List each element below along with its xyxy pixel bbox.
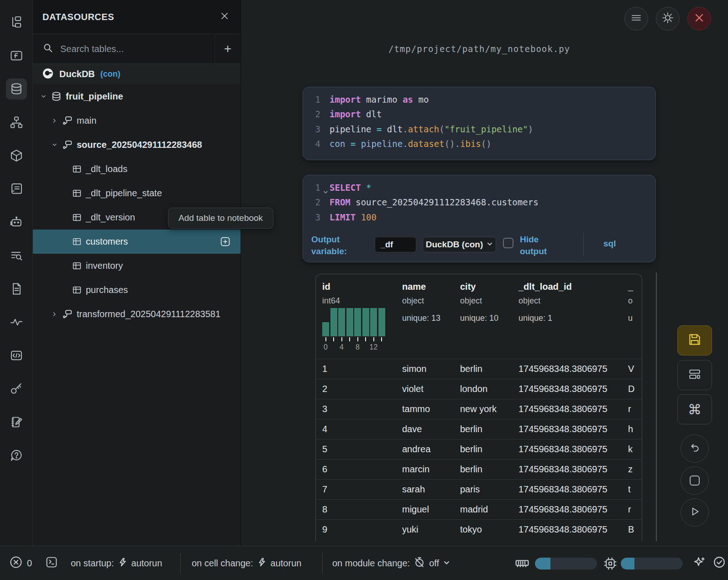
help-icon[interactable]: [6, 445, 27, 466]
column-header-_[interactable]: _ou: [622, 274, 642, 359]
interrupt-button[interactable]: [681, 466, 709, 495]
functions-icon[interactable]: [6, 45, 27, 66]
chevron-down-icon[interactable]: [40, 94, 47, 99]
secrets-icon[interactable]: [6, 378, 27, 399]
on-startup-toggle[interactable]: on startup: autorun: [71, 546, 162, 580]
duckdb-logo-icon: [42, 68, 54, 81]
hide-output-label: Hide output: [520, 234, 556, 257]
datasources-icon[interactable]: [6, 78, 27, 99]
outputs-icon[interactable]: [6, 178, 27, 199]
column-header-name[interactable]: nameobjectunique: 13: [396, 274, 454, 359]
errors-count: 0: [27, 558, 32, 569]
add-table-to-notebook-button[interactable]: [220, 236, 230, 249]
stop-icon: [690, 475, 700, 486]
tree-item-purchases[interactable]: purchases: [33, 278, 241, 302]
on-cell-change-toggle[interactable]: on cell change: autorun: [192, 546, 301, 580]
schema-icon: [62, 115, 73, 126]
command-palette-button[interactable]: ⌘: [677, 394, 712, 424]
line-number: 2: [303, 107, 327, 121]
tree-item-label: source_202504291112283468: [77, 140, 202, 150]
packages-icon[interactable]: [6, 145, 27, 166]
line-number: 3: [303, 122, 327, 136]
search-icon: [43, 43, 53, 55]
table-icon: [72, 213, 82, 222]
datasource-tree: fruit_pipelinemainsource_202504291112283…: [33, 84, 241, 326]
snippets-icon[interactable]: [6, 345, 27, 366]
layout-toggle-button[interactable]: [677, 360, 712, 390]
line-number: 2: [303, 195, 327, 209]
floppy-save-icon: [687, 332, 702, 349]
kernel-ok-indicator: [713, 546, 726, 580]
add-datasource-button[interactable]: +: [215, 34, 241, 63]
datasources-panel: DATASOURCES + DuckDB (con) fruit_pipelin…: [33, 0, 241, 546]
column-header-city[interactable]: cityobjectunique: 10: [454, 274, 512, 359]
tree-item-transformed_202504291112283581[interactable]: transformed_202504291112283581: [33, 302, 241, 326]
tree-item-customers[interactable]: customers: [33, 230, 241, 254]
dependencies-icon[interactable]: [6, 112, 27, 133]
tree-item-label: _dlt_version: [86, 212, 135, 223]
panel-title: DATASOURCES: [42, 12, 114, 22]
output-scroll-rule: [656, 272, 657, 541]
file-explorer-icon[interactable]: [6, 12, 27, 33]
settings-button[interactable]: [656, 7, 680, 31]
line-number: 1: [303, 180, 327, 195]
menu-button[interactable]: [624, 7, 648, 31]
tree-item-fruit_pipeline[interactable]: fruit_pipeline: [33, 84, 241, 109]
code-cell-python[interactable]: 1import marimo as mo2import dlt3pipeline…: [303, 87, 656, 160]
hide-output-checkbox[interactable]: [503, 238, 513, 248]
output-variable-input[interactable]: [375, 237, 416, 252]
sparkles-icon: [694, 556, 706, 570]
tree-item-source_202504291112283468[interactable]: source_202504291112283468: [33, 133, 241, 157]
undo-button[interactable]: [681, 434, 709, 463]
lightning-icon: [118, 558, 127, 569]
engine-select-value: DuckDB (con): [426, 240, 483, 250]
notebook-area: /tmp/project/path/my_notebook.py 1import…: [241, 0, 728, 546]
shutdown-button[interactable]: [687, 7, 711, 31]
controls-divider: [583, 233, 584, 256]
tree-item-label: purchases: [86, 285, 128, 295]
errors-indicator[interactable]: 0: [9, 546, 32, 580]
tree-item-_dlt_loads[interactable]: _dlt_loads: [33, 157, 241, 181]
ram-icon: [515, 546, 529, 580]
database-icon: [51, 91, 62, 102]
line-number: 4: [303, 136, 327, 151]
chevron-down-icon[interactable]: [51, 142, 58, 148]
tree-item-main[interactable]: main: [33, 109, 241, 133]
on-module-change-toggle[interactable]: on module change: off: [332, 546, 450, 580]
table-row: 7sarahparis1745968348.3806975t: [316, 479, 642, 499]
column-header-_dlt_load_id[interactable]: _dlt_load_idobjectunique: 1: [512, 274, 622, 359]
timer-off-icon: [414, 557, 425, 570]
datasources-header: DATASOURCES: [33, 0, 241, 34]
chevron-right-icon[interactable]: [51, 118, 58, 124]
ai-chat-icon[interactable]: [6, 212, 27, 233]
terminal-button[interactable]: [45, 546, 58, 580]
documentation-icon[interactable]: [6, 278, 27, 299]
connection-row[interactable]: DuckDB (con): [33, 64, 241, 84]
check-circle-icon: [713, 556, 726, 571]
save-button[interactable]: [677, 325, 712, 355]
on-cell-change-value: autorun: [271, 558, 302, 569]
tree-item-inventory[interactable]: inventory: [33, 254, 241, 278]
table-row: 9yukitokyo1745968348.3806975B: [316, 519, 642, 539]
tree-item-_dlt_pipeline_state[interactable]: _dlt_pipeline_state: [33, 181, 241, 205]
logs-icon[interactable]: [6, 245, 27, 266]
engine-select[interactable]: DuckDB (con): [423, 237, 496, 252]
ai-sparkles-button[interactable]: [694, 546, 706, 580]
table-icon: [72, 261, 82, 271]
tracing-icon[interactable]: [6, 312, 27, 333]
search-tables-input[interactable]: [59, 43, 183, 55]
column-header-id[interactable]: idint6404812: [316, 274, 396, 359]
table-row: 8miguelmadrid1745968348.3806975r: [316, 499, 642, 519]
table-icon: [72, 164, 82, 174]
line-number: 1: [303, 92, 327, 107]
table-icon: [72, 285, 82, 295]
code-cell-sql[interactable]: 1SELECT *2FROM source_202504291112283468…: [303, 175, 656, 262]
status-bar: 0 on startup: autorun on cell change: au…: [0, 546, 728, 580]
chevron-right-icon[interactable]: [51, 311, 58, 317]
table-row: 2violetlondon1745968348.3806975D: [316, 379, 642, 399]
tree-item-label: transformed_202504291112283581: [77, 309, 220, 319]
scratchpad-icon[interactable]: [6, 412, 27, 433]
connection-alias: (con): [100, 69, 120, 79]
run-button[interactable]: [681, 498, 709, 527]
close-panel-icon[interactable]: [220, 11, 230, 23]
